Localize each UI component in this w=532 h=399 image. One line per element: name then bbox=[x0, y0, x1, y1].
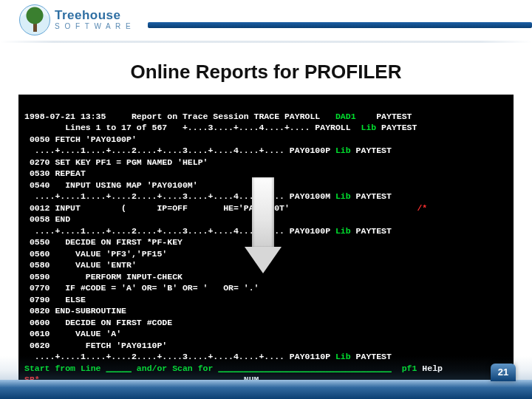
term-line: 0530 REPEAT bbox=[24, 168, 86, 178]
company-logo: Treehouse S O F T W A R E bbox=[19, 4, 132, 35]
terminal-panel: 1998-07-21 13:35 Report on Trace Session… bbox=[16, 92, 516, 399]
term-line: 0550 DECIDE ON FIRST *PF-KEY bbox=[24, 237, 183, 247]
company-tagline: S O F T W A R E bbox=[55, 21, 132, 32]
logo-text: Treehouse S O F T W A R E bbox=[55, 9, 132, 32]
term-line: ....+....1....+....2....+....3....+....4… bbox=[24, 226, 392, 236]
header-divider bbox=[0, 41, 532, 43]
term-line: 0540 INPUT USING MAP 'PAY0100M' bbox=[24, 180, 198, 190]
term-line: 1998-07-21 13:35 Report on Trace Session… bbox=[24, 112, 412, 121]
term-line: 0270 SET KEY PF1 = PGM NAMED 'HELP' bbox=[24, 157, 208, 167]
term-line: 0820 END-SUBROUTINE bbox=[24, 306, 126, 316]
terminal-screen: 1998-07-21 13:35 Report on Trace Session… bbox=[18, 95, 514, 399]
footer-band bbox=[0, 380, 532, 399]
top-bar: Treehouse S O F T W A R E bbox=[0, 0, 532, 43]
company-name: Treehouse bbox=[55, 9, 132, 21]
slide-title: Online Reports for PROFILER bbox=[0, 61, 532, 83]
term-line: 0580 VALUE 'ENTR' bbox=[24, 260, 137, 270]
tree-icon bbox=[19, 4, 50, 35]
term-line: 0600 DECIDE ON FIRST #CODE bbox=[24, 318, 172, 327]
page-number: 21 bbox=[491, 364, 516, 381]
term-line: 0790 ELSE bbox=[24, 295, 86, 304]
term-line: ....+....1....+....2....+....3....+....4… bbox=[24, 146, 392, 155]
term-line: 0050 FETCH 'PAY0100P' bbox=[24, 134, 137, 144]
footer-fade bbox=[0, 356, 532, 380]
term-line: 0590 PERFORM INPUT-CHECK bbox=[24, 272, 183, 282]
term-line: ....+....1....+....2....+....3....+....4… bbox=[24, 191, 392, 201]
term-line: 0610 VALUE 'A' bbox=[24, 329, 121, 338]
term-line: 0770 IF #CODE = 'A' OR= 'B' OR= ' OR= '.… bbox=[24, 283, 259, 293]
header-accent-bar bbox=[148, 22, 532, 28]
term-line: Lines 1 to 17 of 567 +....3....+....4...… bbox=[24, 123, 417, 132]
term-line: 0012 INPUT ( IP=OFF HE='PAY0100T' /* bbox=[24, 203, 427, 213]
term-line: 0620 FETCH 'PAY0110P' bbox=[24, 341, 167, 350]
term-line: 0560 VALUE 'PF3','PF15' bbox=[24, 249, 167, 259]
term-line: 0058 END bbox=[24, 214, 70, 224]
